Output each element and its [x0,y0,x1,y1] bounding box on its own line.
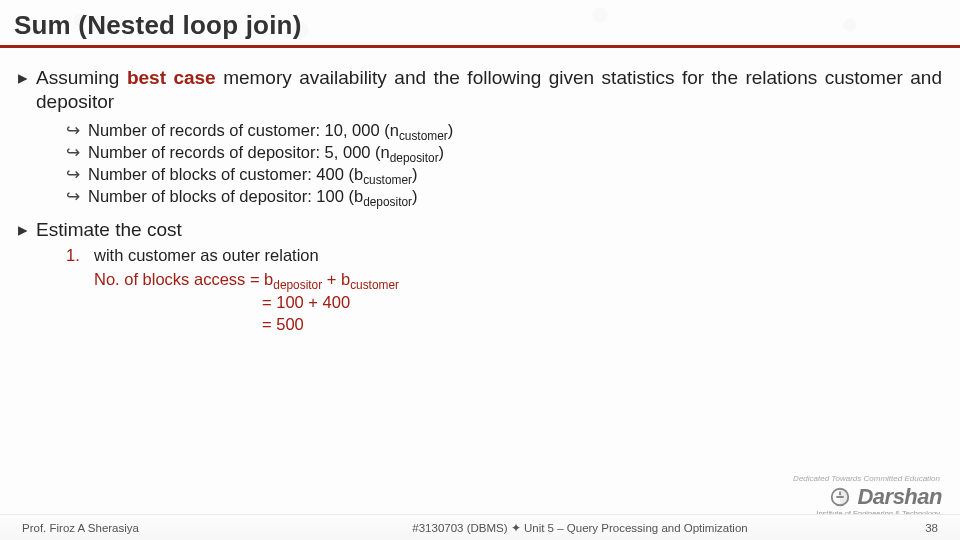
arrow-icon: ↪ [66,119,88,141]
text-fragment: Number of blocks of customer: 400 (b [88,165,363,183]
slide-content: ▸ Assuming best case memory availability… [0,48,960,335]
text-fragment: ) [448,121,454,139]
ordered-list: 1. with customer as outer relation No. o… [66,244,942,335]
sub-bullet: ↪ Number of records of depositor: 5, 000… [66,141,942,163]
calculation-block: with customer as outer relation No. of b… [94,244,399,335]
text-fragment: ) [439,143,445,161]
bullet-estimate: ▸ Estimate the cost [18,218,942,242]
triangle-icon: ▸ [18,218,36,242]
sub-bullet: ↪ Number of records of customer: 10, 000… [66,119,942,141]
calc-result: = 500 [262,313,399,335]
text-fragment: Number of records of depositor: 5, 000 (… [88,143,390,161]
arrow-icon: ↪ [66,163,88,185]
slide-title: Sum (Nested loop join) [0,0,960,48]
text-fragment: + b [322,270,350,288]
subscript: customer [350,279,399,293]
sub-bullet-list: ↪ Number of records of customer: 10, 000… [66,119,942,208]
bullet-text: Assuming best case memory availability a… [36,66,942,115]
slide-footer: Prof. Firoz A Sherasiya #3130703 (DBMS) … [0,514,960,540]
footer-page-number: 38 [858,522,938,534]
sub-bullet-text: Number of records of customer: 10, 000 (… [88,119,453,141]
bullet-text: Estimate the cost [36,218,942,242]
ordered-item: 1. with customer as outer relation No. o… [66,244,942,335]
arrow-icon: ↪ [66,141,88,163]
text-fragment: ) [412,187,418,205]
calc-formula: No. of blocks access = bdepositor + bcus… [94,268,399,290]
sub-bullet-text: Number of records of depositor: 5, 000 (… [88,141,444,163]
logo-tagline: Dedicated Towards Committed Education [793,474,940,483]
text-fragment: Assuming [36,67,127,88]
sub-bullet-text: Number of blocks of depositor: 100 (bdep… [88,185,418,207]
institute-logo: Dedicated Towards Committed Education Da… [829,484,942,510]
sub-bullet: ↪ Number of blocks of customer: 400 (bcu… [66,163,942,185]
item-number: 1. [66,244,94,335]
footer-course: #3130703 (DBMS) ✦ Unit 5 – Query Process… [302,521,858,535]
text-fragment: ) [412,165,418,183]
text-fragment: No. of blocks access = b [94,270,273,288]
sub-bullet: ↪ Number of blocks of depositor: 100 (bd… [66,185,942,207]
bullet-assumption: ▸ Assuming best case memory availability… [18,66,942,115]
text-fragment: #3130703 (DBMS) [412,522,510,534]
slide: Sum (Nested loop join) ▸ Assuming best c… [0,0,960,540]
accent-text: best case [127,67,216,88]
sub-bullet-text: Number of blocks of customer: 400 (bcust… [88,163,417,185]
logo-mark-icon [829,486,851,508]
arrow-icon: ↪ [66,185,88,207]
diamond-icon: ✦ [511,522,521,534]
triangle-icon: ▸ [18,66,36,115]
calc-description: with customer as outer relation [94,244,399,266]
subscript: depositor [363,196,412,210]
text-fragment: Number of blocks of depositor: 100 (b [88,187,363,205]
text-fragment: Number of records of customer: 10, 000 (… [88,121,399,139]
text-fragment: Unit 5 – Query Processing and Optimizati… [521,522,748,534]
logo-name: Darshan [857,484,942,510]
footer-professor: Prof. Firoz A Sherasiya [22,522,302,534]
calc-step: = 100 + 400 [262,291,399,313]
